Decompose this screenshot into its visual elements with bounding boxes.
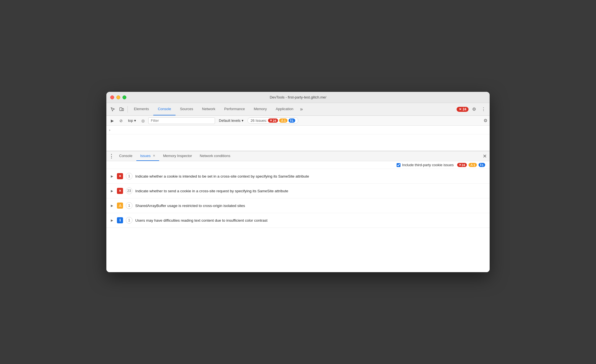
issue-row[interactable]: ▶ ⚠ 1 SharedArrayBuffer usage is restric…: [106, 198, 490, 213]
eye-button[interactable]: ◎: [139, 117, 147, 124]
issue-text: Indicate whether to send a cookie in a c…: [135, 189, 288, 193]
third-party-checkbox[interactable]: [397, 163, 400, 167]
tab-network-conditions-bottom[interactable]: Network conditions: [196, 151, 234, 161]
tab-sources[interactable]: Sources: [176, 103, 198, 115]
error-badge[interactable]: ✕ 24: [457, 107, 469, 112]
bottom-panel: ⋮ Console Issues ✕ Memory Inspector Netw…: [106, 151, 490, 272]
more-tabs-button[interactable]: »: [298, 103, 305, 115]
issue-expand-arrow[interactable]: ▶: [111, 175, 114, 178]
tab-network[interactable]: Network: [198, 103, 220, 115]
bottom-more-button[interactable]: ⋮: [107, 152, 115, 160]
execute-button[interactable]: ▶: [109, 117, 116, 124]
issue-icon-info: ℹ: [117, 217, 123, 223]
settings-button[interactable]: ⚙: [470, 105, 478, 113]
issue-icon-error: ✕: [117, 188, 123, 194]
console-body: [106, 134, 490, 151]
info-count-badge: ℹ 1: [289, 118, 295, 123]
expand-arrow[interactable]: ›: [109, 128, 110, 132]
log-levels-button[interactable]: Default levels ▾: [217, 118, 246, 123]
issues-list: ▶ ✕ 1 Indicate whether a cookie is inten…: [106, 169, 490, 228]
tab-elements[interactable]: Elements: [129, 103, 153, 115]
device-toggle-button[interactable]: [117, 105, 126, 113]
warning-count-badge: ⚠ 1: [279, 118, 287, 123]
more-options-button[interactable]: ⋮: [480, 105, 487, 113]
close-button[interactable]: [110, 95, 114, 99]
third-party-checkbox-label[interactable]: Include third-party cookie issues: [397, 163, 454, 167]
traffic-lights: [110, 95, 126, 99]
tab-memory-inspector-bottom[interactable]: Memory Inspector: [159, 151, 196, 161]
issue-icon-error: ✕: [117, 173, 123, 179]
filter-input[interactable]: [148, 117, 215, 124]
tab-performance[interactable]: Performance: [220, 103, 249, 115]
console-toolbar: ▶ ⊘ top ▾ ◎ Default levels ▾ 26 Issues: …: [106, 116, 490, 126]
bottom-tabs-bar: ⋮ Console Issues ✕ Memory Inspector Netw…: [106, 151, 490, 161]
issue-row[interactable]: ▶ ✕ 1 Indicate whether a cookie is inten…: [106, 169, 490, 184]
inspect-element-button[interactable]: [109, 105, 117, 113]
issues-warning-count: ⚠ 1: [469, 163, 477, 167]
svg-rect-1: [122, 108, 124, 111]
issues-summary-counts: ✕ 24 ⚠ 1 ℹ 1: [457, 163, 485, 167]
issue-expand-arrow[interactable]: ▶: [111, 219, 114, 222]
issues-count-badge[interactable]: 26 Issues: ✕ 24 ⚠ 1 ℹ 1: [247, 117, 298, 124]
issue-count: 23: [126, 188, 132, 194]
console-expand-area: ›: [106, 126, 490, 134]
title-bar: DevTools - first-party-test.glitch.me/: [106, 92, 490, 103]
devtools-window: DevTools - first-party-test.glitch.me/ E…: [106, 92, 490, 272]
issue-text: SharedArrayBuffer usage is restricted to…: [135, 204, 245, 208]
issue-text: Indicate whether a cookie is intended to…: [135, 174, 309, 178]
issues-error-count: ✕ 24: [457, 163, 467, 167]
issue-count: 1: [126, 217, 132, 224]
clear-button[interactable]: ⊘: [117, 117, 125, 124]
issue-text: Users may have difficulties reading text…: [135, 218, 267, 223]
issues-info-count: ℹ 1: [479, 163, 485, 167]
close-issues-tab-button[interactable]: ✕: [153, 154, 155, 158]
context-selector[interactable]: top ▾: [126, 118, 138, 123]
tab-console-bottom[interactable]: Console: [115, 151, 136, 161]
toolbar-divider-1: [127, 106, 128, 113]
main-nav-tabs: Elements Console Sources Network Perform…: [129, 103, 456, 115]
tab-application[interactable]: Application: [271, 103, 298, 115]
issue-row[interactable]: ▶ ℹ 1 Users may have difficulties readin…: [106, 213, 490, 228]
issue-row[interactable]: ▶ ✕ 23 Indicate whether to send a cookie…: [106, 184, 490, 198]
issue-count: 1: [126, 202, 132, 209]
maximize-button[interactable]: [122, 95, 126, 99]
tab-issues-bottom[interactable]: Issues ✕: [136, 151, 159, 161]
issues-toolbar: Include third-party cookie issues ✕ 24 ⚠…: [106, 161, 490, 169]
issues-empty-area: [106, 228, 490, 272]
window-title: DevTools - first-party-test.glitch.me/: [270, 95, 326, 99]
tab-memory[interactable]: Memory: [249, 103, 271, 115]
close-bottom-panel-button[interactable]: ✕: [481, 152, 489, 160]
tab-console[interactable]: Console: [153, 103, 176, 115]
console-settings-button[interactable]: ⚙: [484, 118, 487, 123]
main-toolbar: Elements Console Sources Network Perform…: [106, 103, 490, 116]
svg-rect-0: [120, 108, 122, 111]
issue-expand-arrow[interactable]: ▶: [111, 204, 114, 208]
issue-count: 1: [126, 173, 132, 180]
error-count-badge: ✕ 24: [268, 118, 278, 123]
minimize-button[interactable]: [116, 95, 120, 99]
issue-expand-arrow[interactable]: ▶: [111, 189, 114, 193]
toolbar-right: ✕ 24 ⚙ ⋮: [457, 105, 487, 113]
issue-icon-warning: ⚠: [117, 203, 123, 209]
